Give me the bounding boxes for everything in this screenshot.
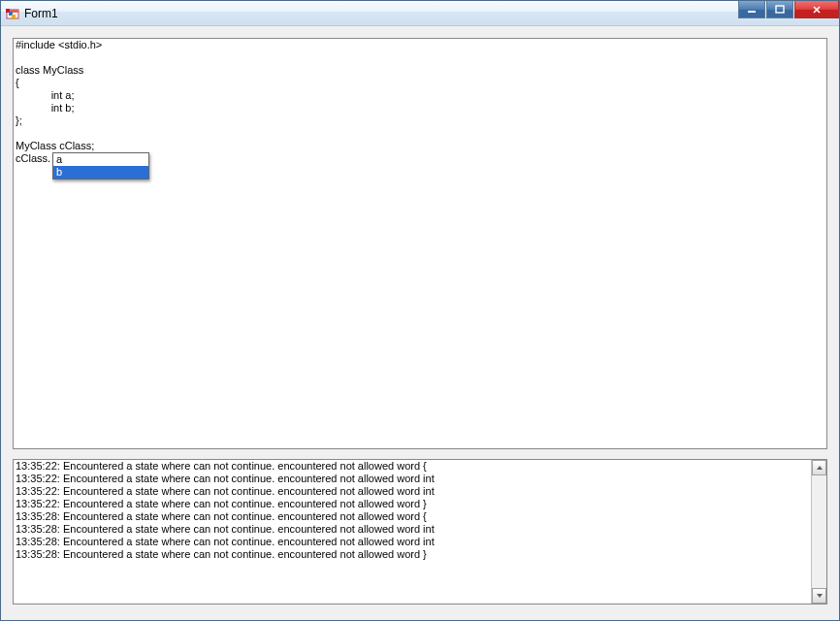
svg-marker-10 <box>817 594 823 598</box>
autocomplete-item-selected[interactable]: b <box>53 166 148 179</box>
log-line: 13:35:22: Encountered a state where can … <box>16 460 811 473</box>
svg-line-7 <box>814 7 820 13</box>
scroll-track[interactable] <box>812 475 826 588</box>
svg-rect-6 <box>776 6 784 13</box>
titlebar[interactable]: Form1 <box>1 1 839 26</box>
source-line <box>14 127 826 140</box>
log-line: 13:35:22: Encountered a state where can … <box>16 485 811 498</box>
svg-line-8 <box>814 7 820 13</box>
source-line: { <box>14 77 826 89</box>
log-panel[interactable]: 13:35:22: Encountered a state where can … <box>13 459 827 605</box>
log-line: 13:35:28: Encountered a state where can … <box>16 536 811 548</box>
scroll-down-button[interactable] <box>812 588 826 604</box>
log-line: 13:35:22: Encountered a state where can … <box>16 498 811 510</box>
source-line: int a; <box>14 89 826 102</box>
log-line: 13:35:28: Encountered a state where can … <box>16 523 811 536</box>
minimize-button[interactable] <box>738 1 765 18</box>
source-line: int b; <box>14 102 826 114</box>
code-editor[interactable]: #include <stdio.h> class MyClass { int a… <box>13 38 827 449</box>
autocomplete-item[interactable]: a <box>53 153 148 166</box>
log-line: 13:35:28: Encountered a state where can … <box>16 510 811 523</box>
client-area: #include <stdio.h> class MyClass { int a… <box>1 26 839 620</box>
app-window: Form1 #include <stdio.h> class MyClass {… <box>0 0 840 621</box>
source-line: class MyClass <box>14 64 826 77</box>
source-line: #include <stdio.h> <box>14 39 826 51</box>
log-line: 13:35:22: Encountered a state where can … <box>16 473 811 485</box>
source-line <box>14 51 826 64</box>
scroll-up-button[interactable] <box>812 460 826 475</box>
app-icon <box>5 6 20 21</box>
autocomplete-popup[interactable]: a b <box>52 152 149 180</box>
maximize-button[interactable] <box>766 1 793 18</box>
svg-rect-5 <box>748 11 756 13</box>
svg-marker-9 <box>817 466 823 470</box>
source-line: MyClass cClass; <box>14 140 826 152</box>
svg-rect-4 <box>12 15 16 18</box>
log-line: 13:35:28: Encountered a state where can … <box>16 548 811 561</box>
window-controls <box>738 1 839 20</box>
source-line: }; <box>14 114 826 127</box>
log-scrollbar[interactable] <box>811 460 826 604</box>
window-title: Form1 <box>24 7 58 20</box>
close-button[interactable] <box>794 1 839 18</box>
